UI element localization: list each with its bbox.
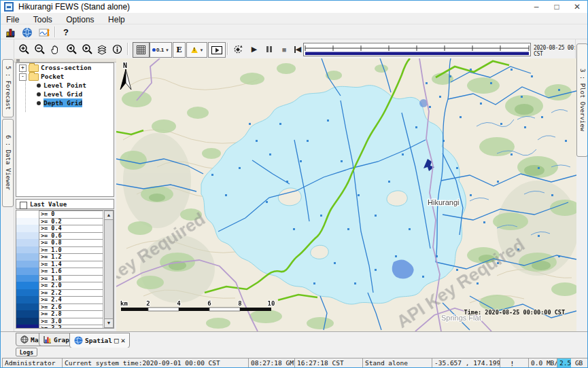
tab-data-viewer[interactable]: 6 : Data Viewer: [2, 119, 14, 207]
menu-tools[interactable]: Tools: [28, 14, 58, 25]
tree-row[interactable]: Level Point: [16, 81, 114, 90]
svg-text:4: 4: [177, 300, 181, 307]
tab-forecast[interactable]: 5 : Forecast: [2, 59, 14, 117]
folder-icon: [29, 73, 39, 81]
legend-swatch: [16, 232, 39, 240]
pause-icon[interactable]: [263, 42, 275, 56]
menu-options[interactable]: Options: [60, 14, 99, 25]
svg-text:10: 10: [268, 300, 275, 307]
status-local-time: 16:27:18 CST: [294, 358, 364, 368]
folder-icon: [29, 65, 39, 72]
thresholds-dropdown[interactable]: ▼: [186, 42, 207, 58]
legend-swatch: [16, 239, 39, 246]
legend-swatch: [16, 268, 39, 275]
point-size-value: 0.1: [156, 47, 164, 53]
bullet-icon: [37, 84, 41, 88]
zoom-next-icon[interactable]: [79, 42, 94, 56]
tab-close-icon[interactable]: ✕: [121, 336, 126, 345]
legend-swatch: [16, 218, 39, 225]
menu-file[interactable]: File: [1, 14, 24, 25]
tree-label[interactable]: Pocket: [41, 72, 64, 81]
labels-toggle-button[interactable]: E: [173, 42, 186, 58]
close-button[interactable]: ✕: [567, 1, 587, 13]
stop-icon[interactable]: ■: [278, 42, 290, 56]
menu-bar: File Tools Options Help: [1, 13, 587, 24]
app-logo-icon: [4, 2, 14, 12]
bullet-icon: [37, 101, 41, 105]
bullet-icon: [37, 92, 41, 96]
caret-down-icon: ▼: [200, 48, 204, 52]
legend-swatch: [16, 325, 39, 329]
logs-button[interactable]: Logs: [16, 348, 37, 356]
legend-title: Last Value: [30, 201, 67, 208]
legend-swatch: [16, 310, 39, 318]
tab-spatial-label: Spatial: [85, 337, 112, 344]
title-bar: Hikurangi FEWS (Stand alone) – □ ✕: [1, 1, 587, 13]
status-warning-cell[interactable]: [500, 358, 530, 368]
bar-chart-icon: [44, 335, 52, 344]
tab-plot-overview[interactable]: 3 : Plot Overview: [576, 43, 588, 157]
minimize-button[interactable]: –: [526, 1, 547, 13]
help-button[interactable]: ?: [59, 26, 73, 39]
expander-icon[interactable]: +: [19, 65, 27, 72]
scroll-down-icon[interactable]: ▼: [104, 318, 114, 328]
status-user: Administrator: [2, 358, 64, 368]
tree-row-selected[interactable]: Depth Grid: [16, 98, 114, 107]
legend-swatch: [16, 318, 39, 325]
grid-display-icon[interactable]: [133, 42, 150, 58]
legend-swatch: [16, 261, 39, 268]
map-view[interactable]: API Key Required API Key Required Hikura…: [116, 58, 576, 331]
view-tabs-bar: Map Graph Spatial □ ✕: [1, 331, 587, 348]
play-icon[interactable]: ▶: [248, 42, 260, 56]
app-window: Hikurangi FEWS (Stand alone) – □ ✕ File …: [0, 0, 588, 368]
movie-export-icon[interactable]: [208, 42, 226, 58]
layers-icon[interactable]: [94, 42, 109, 56]
scroll-thumb[interactable]: [104, 219, 114, 320]
tree-label[interactable]: Level Grid: [44, 90, 82, 98]
legend-swatch: [16, 275, 39, 282]
svg-text:km: km: [120, 300, 128, 307]
tree-label[interactable]: Cross-section: [41, 63, 91, 72]
menu-help[interactable]: Help: [103, 14, 131, 25]
caret-down-icon: ▼: [165, 48, 169, 52]
time-slider[interactable]: [303, 43, 531, 56]
legend-scrollbar[interactable]: ▲ ▼: [103, 210, 114, 328]
legend-header: Last Value: [16, 199, 114, 209]
left-dock-strip: 5 : Forecast 6 : Data Viewer: [1, 39, 14, 331]
svg-text:N: N: [123, 62, 127, 69]
right-dock-strip: 3 : Plot Overview: [575, 39, 587, 331]
status-gmt-time: 08:27:18 GMT: [248, 358, 296, 368]
expander-icon[interactable]: -: [19, 73, 27, 81]
svg-text:6: 6: [207, 300, 211, 307]
pan-hand-icon[interactable]: [48, 42, 63, 56]
tab-spatial[interactable]: Spatial □ ✕: [69, 333, 130, 348]
scroll-up-icon[interactable]: ▲: [104, 210, 114, 220]
globe-map-icon[interactable]: [20, 26, 34, 39]
last-value-checkbox[interactable]: [20, 202, 27, 209]
timeseries-display-icon[interactable]: [37, 26, 51, 39]
zoom-out-icon[interactable]: [32, 42, 47, 56]
maximize-button[interactable]: □: [547, 1, 567, 13]
explorer-chart-icon[interactable]: [3, 26, 17, 39]
point-size-dropdown[interactable]: 0.1 ▼: [150, 42, 172, 58]
status-memory: 2.5 GB: [557, 358, 588, 368]
zoom-previous-icon[interactable]: [63, 42, 78, 56]
status-mode: Stand alone: [362, 358, 434, 368]
status-bar: Administrator Current system time:2020-0…: [1, 357, 587, 368]
tab-maximize-icon[interactable]: □: [114, 336, 119, 345]
animation-settings-icon[interactable]: [230, 42, 245, 56]
legend-swatch: [16, 210, 39, 218]
svg-text:8: 8: [238, 300, 241, 307]
zoom-in-icon[interactable]: [16, 42, 31, 56]
legend-swatch: [16, 246, 39, 254]
tree-row[interactable]: Level Grid: [16, 90, 114, 98]
layers-tree: + Cross-section - Pocket Level Point Lev…: [16, 62, 114, 197]
tree-label[interactable]: Depth Grid: [44, 98, 82, 107]
step-back-icon[interactable]: ◀: [292, 42, 304, 56]
legend-swatch: [16, 253, 39, 261]
tree-row[interactable]: - Pocket: [16, 72, 114, 81]
info-icon[interactable]: [110, 42, 124, 56]
tree-row[interactable]: + Cross-section: [16, 63, 114, 72]
map-time-label: Time: 2020-08-25 00:00:00 CST: [464, 309, 565, 316]
tree-label[interactable]: Level Point: [44, 81, 86, 90]
